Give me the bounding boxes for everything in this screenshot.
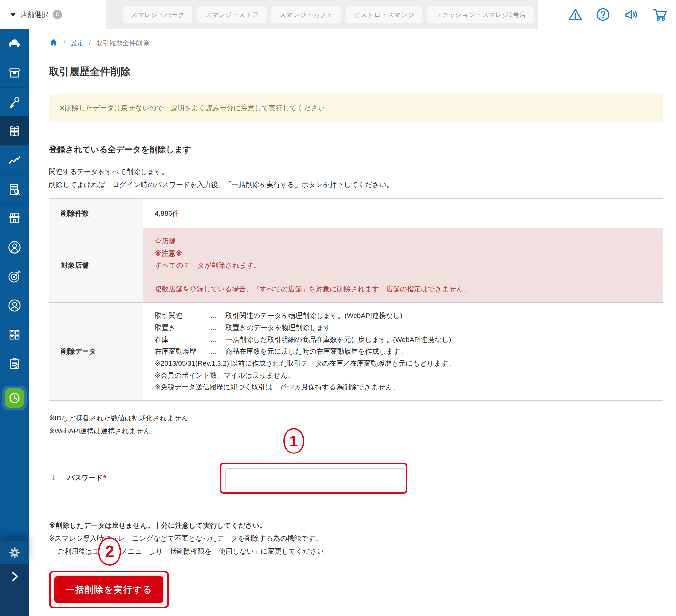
password-form-row: 1 パスワード*	[49, 461, 664, 495]
store-selector[interactable]: 店舗選択 6	[10, 0, 62, 29]
intro-description: 関連するデータをすべて削除します。 削除してよければ、ログイン時のパスワードを入…	[49, 165, 393, 191]
sidebar-item-store[interactable]	[0, 203, 29, 233]
top-bar: 店舗選択 6 スマレジ・パーク スマレジ・ストア スマレジ・カフェ ビストロ・ス…	[0, 0, 676, 29]
target-stores-line: 全店舗	[155, 236, 651, 247]
delete-data-desc: 一括削除した取引明細の商品在庫数を元に戻します。(WebAPI連携なし)	[225, 333, 651, 346]
button-frame: 一括削除を実行する	[53, 574, 165, 605]
store-tab-4[interactable]: ビストロ・スマレジ	[346, 6, 422, 23]
store-count-badge: 6	[53, 10, 62, 19]
help-circle-icon[interactable]	[596, 7, 611, 22]
delete-data-note: ※免税データ送信履歴に紐づく取引は、7年2ヵ月保持する為削除できません。	[155, 381, 651, 393]
annotation-step-2: 2	[98, 537, 121, 566]
intro-line-1: 関連するデータをすべて削除します。	[49, 165, 393, 178]
store-tab-5[interactable]: ファッション・スマレジ1号店	[427, 6, 534, 23]
delete-data-dots: ...	[210, 322, 225, 333]
home-icon[interactable]	[49, 38, 58, 49]
delete-data-desc: 取置きのデータを物理削除します	[225, 322, 651, 333]
settings-gear-button[interactable]	[0, 541, 29, 564]
warning-banner: ※削除したデータは戻せないので、説明をよく読み十分に注意して実行してください。	[49, 94, 664, 122]
section-heading: 登録されている全データを削除します	[49, 144, 191, 155]
target-stores-line: 複数店舗を登録している場合、『すべての店舗』を対象に削除されます。店舗の指定はで…	[155, 283, 651, 295]
store-tab-2[interactable]: スマレジ・ストア	[197, 6, 267, 23]
delete-data-item: 在庫 ... 一括削除した取引明細の商品在庫数を元に戻します。(WebAPI連携…	[155, 333, 651, 346]
password-input[interactable]	[225, 468, 405, 492]
footer-note-1: ※削除したデータは戻せません。十分に注意して実行してください。	[49, 519, 331, 532]
sidebar-item-sales-book[interactable]	[0, 116, 29, 145]
delete-data-item: 在庫変動履歴 ... 商品在庫数を元に戻した時の在庫変動履歴を作成します。	[155, 346, 651, 357]
delete-data-term: 在庫変動履歴	[155, 346, 210, 357]
gear-icon	[8, 546, 21, 559]
chevron-right-icon	[8, 570, 21, 584]
post-table-note-1: ※IDなど採番された数値は初期化されません。	[49, 412, 195, 424]
delete-data-item: 取引関連 ... 取引関連のデータを物理削除します。(WebAPI連携なし)	[155, 310, 651, 322]
sidebar-item-report-search[interactable]	[0, 174, 29, 203]
sidebar-item-cabinet[interactable]	[0, 320, 29, 349]
breadcrumb-settings-link[interactable]: 設定	[71, 39, 84, 48]
delete-data-note: ※2013/05/31(Rev.1.3.2) 以前に作成された取引データの在庫／…	[155, 357, 651, 369]
store-selector-label: 店舗選択	[20, 10, 48, 19]
spacer	[155, 271, 651, 283]
caret-down-icon	[10, 12, 16, 16]
table-row-delete-data: 削除データ 取引関連 ... 取引関連のデータを物理削除します。(WebAPI連…	[49, 303, 664, 401]
form-row-number: 1	[52, 474, 55, 481]
execute-bulk-delete-button[interactable]: 一括削除を実行する	[54, 576, 163, 603]
page-title: 取引履歴全件削除	[49, 65, 131, 79]
target-stores-line: すべてのデータが削除されます。	[155, 259, 651, 271]
store-tabs-band: スマレジ・パーク スマレジ・ストア スマレジ・カフェ ビストロ・スマレジ ファッ…	[106, 0, 538, 29]
sidebar-expand-button[interactable]	[0, 564, 29, 616]
row-value-delete-data: 取引関連 ... 取引関連のデータを物理削除します。(WebAPI連携なし) 取…	[143, 303, 664, 401]
footer-note-3: ご利用後はユーザーメニューより一括削除権限を「使用しない」に変更してください。	[49, 545, 331, 558]
main-content: / 設定 / 取引履歴全件削除 取引履歴全件削除 ※削除したデータは戻せないので…	[29, 29, 676, 616]
timecard-clock-icon	[5, 389, 24, 408]
intro-line-2: 削除してよければ、ログイン時のパスワードを入力後、「一括削除を実行する」ボタンを…	[49, 178, 393, 191]
row-value-delete-count: 4,886件	[143, 199, 664, 228]
sidebar-item-clipboard-check[interactable]	[0, 349, 29, 378]
delete-data-term: 取置き	[155, 322, 210, 333]
store-tab-3[interactable]: スマレジ・カフェ	[271, 6, 341, 23]
sidebar-item-cloud[interactable]	[0, 29, 29, 58]
table-row-target-stores: 対象店舗 全店舗 ※注意※ すべてのデータが削除されます。 複数店舗を登録してい…	[49, 228, 664, 303]
sidebar-item-staff[interactable]	[0, 291, 29, 320]
post-table-notes: ※IDなど採番された数値は初期化されません。 ※WebAPI連携は連携されません…	[49, 412, 195, 437]
sidebar-item-trend-chart[interactable]	[0, 145, 29, 174]
required-asterisk: *	[103, 474, 106, 481]
cart-icon[interactable]	[652, 6, 668, 23]
breadcrumb: / 設定 / 取引履歴全件削除	[49, 38, 149, 49]
sidebar-item-target[interactable]	[0, 262, 29, 291]
alert-triangle-icon[interactable]	[568, 7, 583, 22]
delete-data-dots: ...	[210, 346, 225, 357]
row-label-target-stores: 対象店舗	[49, 228, 143, 303]
row-label-delete-count: 削除件数	[49, 199, 143, 228]
post-table-note-2: ※WebAPI連携は連携されません。	[49, 424, 195, 437]
sidebar-item-timecard-app[interactable]	[0, 378, 29, 417]
footer-notes: ※削除したデータは戻せません。十分に注意して実行してください。 ※スマレジ導入時…	[49, 519, 331, 558]
table-row-delete-count: 削除件数 4,886件	[49, 199, 664, 228]
footer-note-2: ※スマレジ導入時にトレーニングなどで不要となったデータを削除する為の機能です。	[49, 532, 331, 545]
breadcrumb-separator: /	[63, 39, 65, 47]
annotation-step-1: 1	[283, 428, 304, 454]
annotation-box-execute: 一括削除を実行する	[49, 571, 169, 608]
sidebar-nav	[0, 29, 29, 616]
delete-data-desc: 商品在庫数を元に戻した時の在庫変動履歴を作成します。	[225, 346, 651, 357]
delete-data-term: 取引関連	[155, 310, 210, 322]
annotation-box-password	[220, 463, 407, 494]
delete-data-desc: 取引関連のデータを物理削除します。(WebAPI連携なし)	[225, 310, 651, 322]
password-label: パスワード*	[67, 473, 106, 482]
sidebar-item-key[interactable]	[0, 87, 29, 116]
sidebar-item-archive-box[interactable]	[0, 58, 29, 87]
breadcrumb-separator: /	[89, 39, 91, 47]
row-value-target-stores: 全店舗 ※注意※ すべてのデータが削除されます。 複数店舗を登録している場合、『…	[143, 228, 664, 303]
store-tab-1[interactable]: スマレジ・パーク	[123, 6, 192, 23]
sidebar-item-member[interactable]	[0, 233, 29, 262]
app-tile-frame	[2, 386, 27, 410]
deletion-summary-table: 削除件数 4,886件 対象店舗 全店舗 ※注意※ すべてのデータが削除されます…	[49, 198, 664, 401]
breadcrumb-current: 取引履歴全件削除	[96, 39, 149, 48]
delete-data-dots: ...	[210, 333, 225, 346]
delete-data-item: 取置き ... 取置きのデータを物理削除します	[155, 322, 651, 333]
delete-data-term: 在庫	[155, 333, 210, 346]
target-stores-caution: ※注意※	[155, 247, 651, 259]
row-label-delete-data: 削除データ	[49, 303, 143, 401]
delete-data-dots: ...	[210, 310, 225, 322]
delete-data-note: ※会員のポイント数、マイルは戻りません。	[155, 369, 651, 381]
announcement-icon[interactable]	[623, 7, 639, 22]
